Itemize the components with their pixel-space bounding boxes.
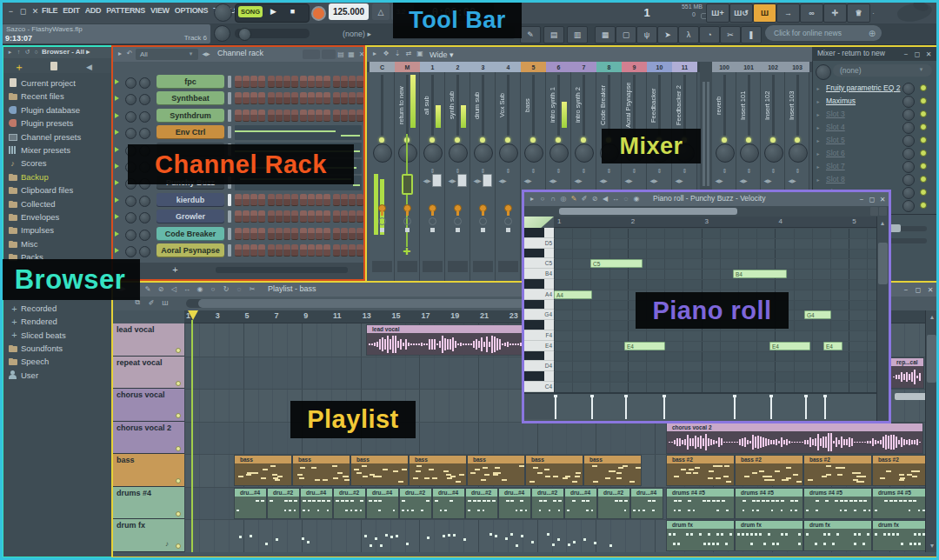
fader-arrows-icon[interactable]: ⇕: [720, 166, 729, 176]
mixer-fader-track[interactable]: [381, 75, 383, 136]
menu-file[interactable]: FILE: [42, 6, 57, 17]
mixer-fader-track[interactable]: [658, 75, 661, 136]
browser-item-plugin-database[interactable]: Plugin database: [3, 103, 111, 117]
step-cell[interactable]: [291, 110, 298, 122]
playlist-clip[interactable]: drum fx: [803, 520, 872, 551]
channel-play-led[interactable]: [115, 197, 119, 203]
step-cell[interactable]: [300, 92, 307, 104]
paint-icon[interactable]: ✐: [579, 193, 589, 203]
browser-item-collected[interactable]: Collected: [3, 197, 111, 210]
piano-note[interactable]: G4: [804, 310, 831, 319]
mixer-led[interactable]: [770, 137, 776, 143]
mixer-track-tab[interactable]: 100: [712, 62, 736, 72]
velocity-line[interactable]: [805, 396, 807, 419]
playlist-track-header[interactable]: chorus vocal: [113, 389, 184, 422]
slot-knob[interactable]: [902, 148, 915, 160]
step-cell[interactable]: [243, 92, 250, 104]
playlist-clip[interactable]: drum fx: [872, 520, 925, 551]
channel-target-strip[interactable]: [228, 76, 231, 88]
playlist-toggle-icon[interactable]: ▦: [595, 26, 616, 43]
slot-arrow-icon[interactable]: ▸: [814, 136, 822, 144]
step-cell[interactable]: [283, 110, 290, 122]
browser-item-impulses[interactable]: Impulses: [3, 223, 111, 237]
piano-note[interactable]: E4: [624, 342, 665, 350]
channel-volume-knob[interactable]: [139, 77, 150, 89]
mixer-track-tab[interactable]: 4: [496, 62, 521, 72]
step-cell[interactable]: [356, 92, 363, 104]
mixer-knob[interactable]: [549, 143, 569, 163]
mixer-knob[interactable]: [764, 143, 783, 163]
playlist-track-header[interactable]: chorus vocal 2: [113, 422, 184, 455]
rack-undo-icon[interactable]: ↶: [124, 48, 135, 58]
track-led[interactable]: [176, 511, 181, 517]
panel-plugin-selector[interactable]: (none)▾: [833, 64, 932, 77]
mixer-fader-track[interactable]: [583, 75, 585, 136]
browser-item-clipboard-files[interactable]: Clipboard files: [3, 183, 111, 197]
minimize-button[interactable]: −: [5, 5, 17, 17]
step-cell[interactable]: [356, 76, 363, 88]
channel-pan-knob[interactable]: [125, 94, 137, 105]
mixer-led[interactable]: [379, 137, 384, 143]
velocity-line[interactable]: [734, 396, 736, 419]
step-cell[interactable]: [235, 194, 242, 206]
mixer-track-tab[interactable]: 3: [470, 62, 496, 72]
step-cell[interactable]: [323, 210, 330, 223]
browser-item-recent-files[interactable]: Recent files: [3, 90, 111, 103]
step-cell[interactable]: [349, 194, 356, 206]
step-cell[interactable]: [291, 210, 298, 223]
rack-pill-button[interactable]: [303, 50, 320, 59]
playlist-clip[interactable]: bass: [234, 455, 292, 486]
zoom-icon[interactable]: ◉: [631, 193, 642, 203]
mixer-knob[interactable]: [373, 143, 392, 163]
playlist-clip[interactable]: drums #4 #5: [803, 488, 872, 519]
master-plus-icon[interactable]: ✚: [400, 245, 413, 258]
velocity-line[interactable]: [663, 396, 665, 419]
mixer-knob[interactable]: [575, 143, 594, 163]
step-cell[interactable]: [268, 194, 275, 206]
mixer-knob[interactable]: [449, 143, 468, 163]
slot-led[interactable]: [920, 137, 927, 143]
track-led[interactable]: [176, 543, 181, 549]
piano-note[interactable]: E4: [823, 342, 842, 350]
browser-item-soundfonts[interactable]: Soundfonts: [3, 342, 111, 355]
step-cell[interactable]: [333, 228, 340, 240]
step-cell[interactable]: [258, 244, 265, 257]
step-cell[interactable]: [258, 194, 265, 206]
step-cell[interactable]: [291, 194, 298, 206]
playlist-clip[interactable]: drums #4 #5: [735, 488, 803, 519]
restore-button[interactable]: ◻: [17, 5, 29, 17]
magnet-icon[interactable]: ∩: [548, 193, 558, 203]
channel-target-strip[interactable]: [228, 194, 231, 206]
slot-knob[interactable]: [902, 83, 915, 95]
playlist-clip[interactable]: bass: [292, 455, 350, 486]
step-cell[interactable]: [243, 76, 250, 88]
step-cell[interactable]: [243, 210, 250, 223]
channel-volume-knob[interactable]: [139, 212, 150, 223]
mixer-fader-track[interactable]: [772, 75, 775, 136]
pan-view-icon[interactable]: ↔: [182, 283, 192, 294]
channel-button[interactable]: Synthbeat: [156, 91, 224, 105]
step-cell[interactable]: [300, 228, 307, 240]
playlist-track-header[interactable]: repeat vocal: [113, 357, 184, 390]
fader-arrows-icon[interactable]: ⇕: [793, 166, 802, 176]
step-cell[interactable]: [349, 228, 356, 240]
strip-dim-circle[interactable]: [479, 217, 487, 225]
step-jump-icon[interactable]: →: [776, 3, 800, 23]
mixer-menu-icon[interactable]: ▸: [370, 48, 380, 58]
mixer-track-tab[interactable]: 103: [785, 62, 809, 72]
pan-icon[interactable]: ◀▶: [675, 176, 683, 184]
step-cell[interactable]: [323, 244, 330, 257]
detach-icon[interactable]: ❖: [381, 48, 391, 58]
browser-item-speech[interactable]: Speech: [3, 355, 111, 368]
slice-tool-icon[interactable]: ✂: [247, 283, 257, 294]
channel-target-strip[interactable]: [228, 92, 231, 104]
track-led[interactable]: [176, 413, 181, 418]
channel-target-strip[interactable]: [228, 110, 231, 122]
step-cell[interactable]: [308, 194, 315, 206]
step-cell[interactable]: [300, 76, 307, 88]
mixer-fader-track[interactable]: [507, 75, 509, 136]
step-cell[interactable]: [316, 228, 323, 240]
track-led[interactable]: [176, 478, 181, 483]
playlist-clip[interactable]: dru...#2: [597, 488, 630, 519]
piano-hscroll-handle[interactable]: [559, 208, 737, 215]
